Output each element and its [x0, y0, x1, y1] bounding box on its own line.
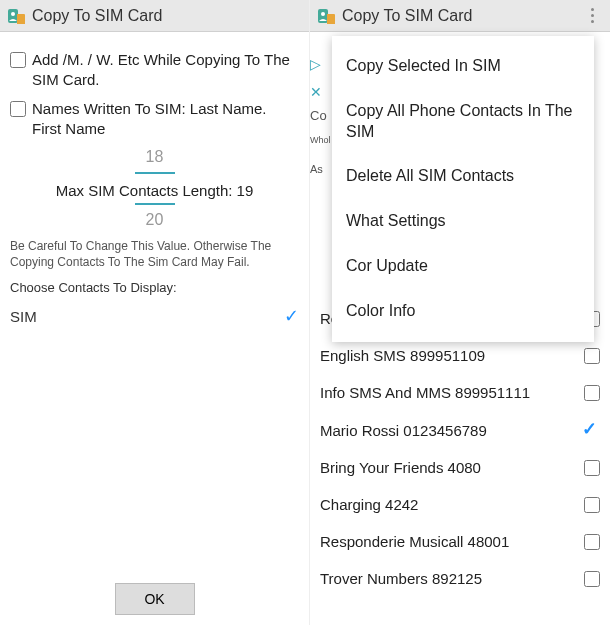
checkbox-name-format[interactable]	[10, 101, 26, 117]
contact-checkbox[interactable]	[584, 460, 600, 476]
header-title: Copy To SIM Card	[32, 7, 303, 25]
menu-delete-all[interactable]: Delete All SIM Contacts	[332, 154, 594, 199]
contact-label: English SMS 899951109	[320, 347, 485, 364]
app-icon	[316, 6, 336, 26]
contact-row[interactable]: English SMS 899951109	[320, 337, 600, 374]
menu-settings[interactable]: What Settings	[332, 199, 594, 244]
contact-label: Responderie Musicall 48001	[320, 533, 509, 550]
label-add-prefix: Add /M. / W. Etc While Copying To The SI…	[32, 50, 299, 89]
contact-label: Info SMS And MMS 899951111	[320, 384, 530, 401]
picker-next[interactable]: 20	[10, 211, 299, 229]
contact-checkbox[interactable]	[584, 534, 600, 550]
overflow-menu-button[interactable]	[580, 4, 604, 28]
settings-panel: Copy To SIM Card Add /M. / W. Etc While …	[0, 0, 310, 625]
menu-update[interactable]: Cor Update	[332, 244, 594, 289]
checkmark-icon	[582, 421, 600, 439]
menu-copy-selected[interactable]: Copy Selected In SIM	[332, 44, 594, 89]
contact-row[interactable]: Mario Rossi 0123456789	[320, 411, 600, 449]
menu-info[interactable]: Color Info	[332, 289, 594, 334]
contact-label: Charging 4242	[320, 496, 418, 513]
label-name-format: Names Written To SIM: Last Name. First N…	[32, 99, 299, 138]
menu-copy-all[interactable]: Copy All Phone Contacts In The SIM	[332, 89, 594, 155]
checkbox-add-prefix[interactable]	[10, 52, 26, 68]
contact-row[interactable]: Responderie Musicall 48001	[320, 523, 600, 560]
settings-content: Add /M. / W. Etc While Copying To The SI…	[0, 32, 309, 339]
svg-point-1	[11, 12, 15, 16]
max-sim-length-label: Max SIM Contacts Length: 19	[10, 182, 299, 199]
option-add-prefix[interactable]: Add /M. / W. Etc While Copying To The SI…	[10, 50, 299, 89]
contact-label: Mario Rossi 0123456789	[320, 422, 487, 439]
header-right: Copy To SIM Card	[310, 0, 610, 32]
sim-label: SIM	[10, 308, 37, 325]
contact-label: Bring Your Friends 4080	[320, 459, 481, 476]
option-name-format[interactable]: Names Written To SIM: Last Name. First N…	[10, 99, 299, 138]
number-picker[interactable]: 18 Max SIM Contacts Length: 19 20	[10, 148, 299, 229]
display-sim-row[interactable]: SIM ✓	[10, 301, 299, 331]
contact-label: Trover Numbers 892125	[320, 570, 482, 587]
contact-checkbox[interactable]	[584, 348, 600, 364]
app-icon	[6, 6, 26, 26]
checkmark-icon: ✓	[284, 305, 299, 327]
contact-checkbox[interactable]	[584, 497, 600, 513]
contact-checkbox[interactable]	[584, 385, 600, 401]
contact-row[interactable]: Trover Numbers 892125	[320, 560, 600, 597]
header-left: Copy To SIM Card	[0, 0, 309, 32]
contact-checkbox[interactable]	[584, 571, 600, 587]
picker-prev[interactable]: 18	[10, 148, 299, 166]
contact-row[interactable]: Charging 4242	[320, 486, 600, 523]
picker-divider-bottom	[135, 203, 175, 205]
header-title: Copy To SIM Card	[342, 7, 580, 25]
svg-point-4	[321, 12, 325, 16]
ok-button[interactable]: OK	[115, 583, 195, 615]
contact-row[interactable]: Info SMS And MMS 899951111	[320, 374, 600, 411]
choose-contacts-label: Choose Contacts To Display:	[10, 280, 299, 295]
warning-text: Be Careful To Change This Value. Otherwi…	[10, 239, 299, 270]
picker-divider-top	[135, 172, 175, 174]
contact-row[interactable]: Bring Your Friends 4080	[320, 449, 600, 486]
overflow-dropdown: Copy Selected In SIM Copy All Phone Cont…	[332, 36, 594, 342]
